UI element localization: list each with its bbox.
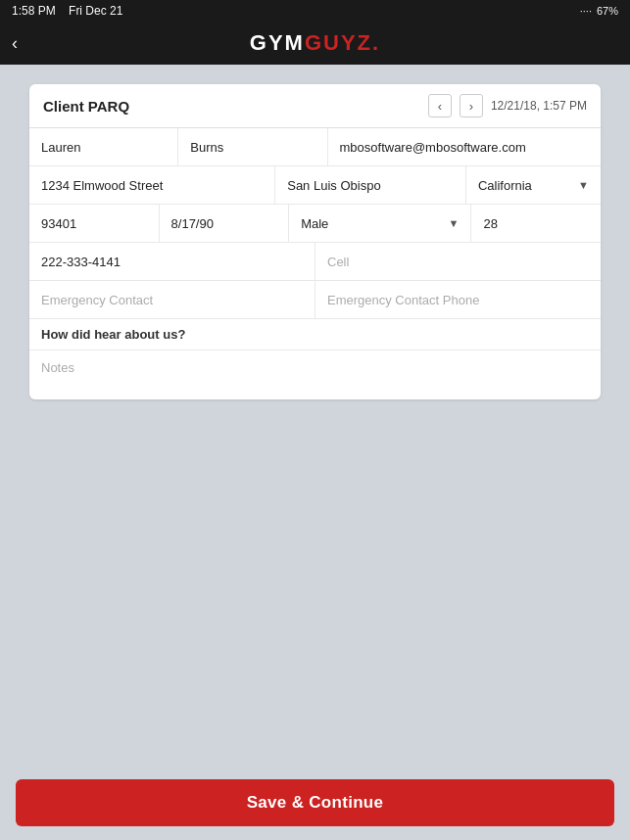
state-value: California	[478, 178, 532, 193]
save-continue-button[interactable]: Save & Continue	[16, 779, 614, 826]
emergency-row: Emergency Contact Emergency Contact Phon…	[29, 281, 601, 319]
gender-field[interactable]: Male ▼	[289, 205, 471, 242]
state-dropdown-icon: ▼	[578, 179, 589, 191]
state-field[interactable]: California ▼	[466, 166, 601, 204]
email-value: mbosoftware@mbosoftware.com	[340, 140, 526, 155]
emergency-phone-placeholder: Emergency Contact Phone	[327, 293, 479, 307]
main-content: Client PARQ ‹ › 12/21/18, 1:57 PM Lauren…	[0, 65, 630, 779]
city-field[interactable]: San Luis Obispo	[275, 166, 466, 204]
signal-icon: ····	[580, 5, 592, 17]
name-email-row: Lauren Burns mbosoftware@mbosoftware.com	[29, 128, 601, 166]
address-field[interactable]: 1234 Elmwood Street	[29, 166, 275, 204]
client-parq-card: Client PARQ ‹ › 12/21/18, 1:57 PM Lauren…	[29, 84, 601, 399]
back-button[interactable]: ‹	[12, 33, 18, 54]
hear-about-label: How did hear about us?	[29, 319, 601, 350]
zip-value: 93401	[41, 216, 76, 231]
last-name-field[interactable]: Burns	[178, 128, 327, 165]
card-title: Client PARQ	[43, 98, 129, 115]
gender-value: Male	[301, 216, 328, 231]
cell-field[interactable]: Cell	[315, 243, 601, 280]
card-date: 12/21/18, 1:57 PM	[491, 99, 587, 113]
address-value: 1234 Elmwood Street	[41, 178, 163, 193]
zip-dob-row: 93401 8/17/90 Male ▼ 28	[29, 205, 601, 243]
city-value: San Luis Obispo	[287, 178, 380, 193]
phone-field[interactable]: 222-333-4141	[29, 243, 315, 280]
cell-placeholder: Cell	[327, 255, 349, 269]
phone-value: 222-333-4141	[41, 255, 121, 269]
age-field[interactable]: 28	[471, 205, 601, 242]
first-name-value: Lauren	[41, 140, 80, 155]
save-button-container: Save & Continue	[0, 770, 630, 840]
card-header-nav: ‹ › 12/21/18, 1:57 PM	[428, 94, 587, 117]
next-button[interactable]: ›	[460, 94, 483, 117]
address-row: 1234 Elmwood Street San Luis Obispo Cali…	[29, 166, 601, 205]
gender-dropdown-icon: ▼	[449, 217, 460, 229]
status-bar: 1:58 PM Fri Dec 21 ···· 67%	[0, 0, 630, 22]
first-name-field[interactable]: Lauren	[29, 128, 178, 165]
age-value: 28	[483, 216, 497, 231]
emergency-contact-placeholder: Emergency Contact	[41, 293, 153, 307]
app-logo: GYMGUYZ.	[250, 30, 380, 56]
dob-field[interactable]: 8/17/90	[160, 205, 290, 242]
status-time: 1:58 PM Fri Dec 21	[12, 4, 122, 18]
battery-icon: 67%	[597, 5, 618, 17]
status-right: ···· 67%	[580, 5, 618, 17]
last-name-value: Burns	[190, 140, 223, 155]
nav-bar: ‹ GYMGUYZ.	[0, 22, 630, 65]
email-field[interactable]: mbosoftware@mbosoftware.com	[328, 128, 602, 165]
phone-row: 222-333-4141 Cell	[29, 243, 601, 281]
notes-field[interactable]: Notes	[29, 350, 601, 399]
emergency-phone-field[interactable]: Emergency Contact Phone	[315, 281, 601, 318]
prev-button[interactable]: ‹	[428, 94, 452, 117]
emergency-contact-field[interactable]: Emergency Contact	[29, 281, 315, 318]
notes-placeholder: Notes	[41, 360, 74, 375]
dob-value: 8/17/90	[171, 216, 214, 231]
card-header: Client PARQ ‹ › 12/21/18, 1:57 PM	[29, 84, 601, 128]
zip-field[interactable]: 93401	[29, 205, 160, 242]
